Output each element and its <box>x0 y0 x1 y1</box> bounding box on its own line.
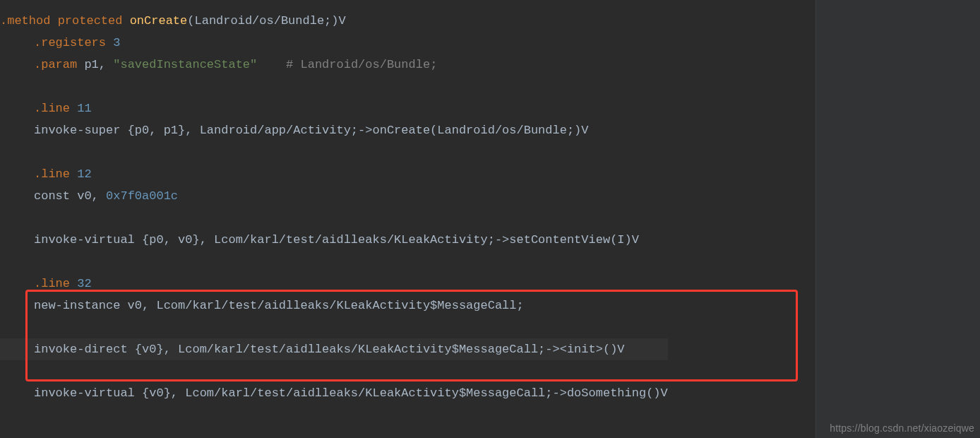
code-line: .line 32 <box>0 273 668 295</box>
text <box>122 14 129 28</box>
text: (Landroid/os/Bundle;)V <box>187 14 345 28</box>
code-line: invoke-super {p0, p1}, Landroid/app/Acti… <box>0 119 668 141</box>
keyword: .method <box>0 14 50 28</box>
keyword: protected <box>58 14 123 28</box>
code-line: const v0, 0x7f0a001c <box>0 185 668 207</box>
code-line <box>0 141 668 163</box>
keyword: .registers <box>34 36 113 49</box>
number: 11 <box>77 102 91 115</box>
keyword: .line <box>34 277 77 290</box>
text <box>257 58 286 71</box>
code-line: .param p1, "savedInstanceState" # Landro… <box>0 54 668 76</box>
code-line: new-instance v0, Lcom/karl/test/aidlleak… <box>0 295 668 316</box>
text <box>50 14 57 28</box>
code-block: .method protected onCreate(Landroid/os/B… <box>0 0 668 404</box>
text: invoke-super {p0, p1}, Landroid/app/Acti… <box>34 124 589 137</box>
code-line: .method protected onCreate(Landroid/os/B… <box>0 10 668 32</box>
keyword: .param <box>34 58 84 71</box>
number: 12 <box>77 167 91 181</box>
code-line: .line 11 <box>0 97 668 119</box>
code-line <box>0 251 668 273</box>
text: const v0, <box>34 189 106 203</box>
watermark-text: https://blog.csdn.net/xiaozeiqwe <box>830 422 974 434</box>
comment: # Landroid/os/Bundle; <box>286 58 437 71</box>
code-line: invoke-virtual {p0, v0}, Lcom/karl/test/… <box>0 229 668 251</box>
keyword: .line <box>34 102 77 115</box>
text: p1, <box>84 58 106 71</box>
right-panel <box>816 0 980 438</box>
code-line: .line 12 <box>0 163 668 185</box>
code-line: invoke-virtual {v0}, Lcom/karl/test/aidl… <box>0 382 668 404</box>
keyword: .line <box>34 167 77 181</box>
code-line <box>0 360 668 382</box>
number: 32 <box>77 277 91 290</box>
method-name: onCreate <box>130 14 188 28</box>
code-line: .registers 3 <box>0 32 668 54</box>
code-line: invoke-direct {v0}, Lcom/karl/test/aidll… <box>0 338 668 360</box>
code-editor: .method protected onCreate(Landroid/os/B… <box>0 0 816 438</box>
code-line <box>0 207 668 229</box>
code-line <box>0 316 668 338</box>
number: 0x7f0a001c <box>106 189 178 203</box>
string: "savedInstanceState" <box>113 58 257 71</box>
code-line <box>0 76 668 97</box>
text: invoke-direct {v0}, Lcom/karl/test/aidll… <box>34 343 625 356</box>
text <box>106 58 113 71</box>
text: new-instance v0, Lcom/karl/test/aidlleak… <box>34 299 524 312</box>
text: invoke-virtual {v0}, Lcom/karl/test/aidl… <box>34 386 668 400</box>
text: invoke-virtual {p0, v0}, Lcom/karl/test/… <box>34 233 639 247</box>
number: 3 <box>113 36 120 49</box>
